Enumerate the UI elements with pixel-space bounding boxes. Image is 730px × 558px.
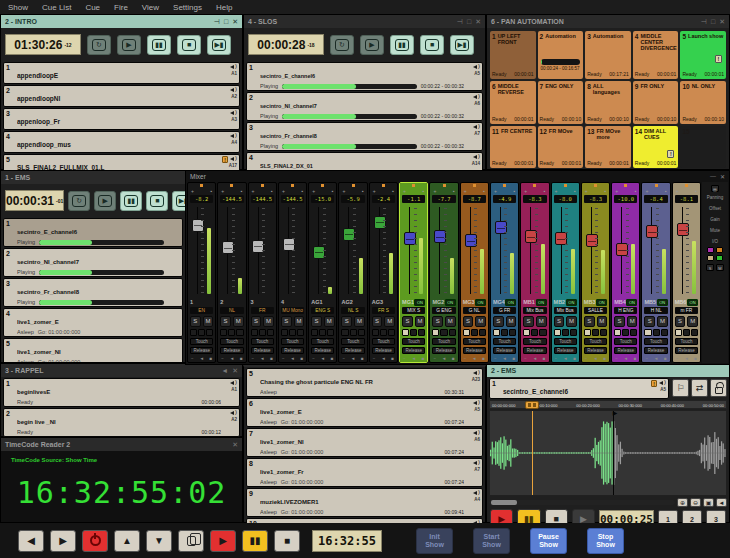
stop-icon[interactable]: ■ <box>543 356 546 361</box>
cue-row[interactable]: 6 live1_zomer_E Asleep Go: 01:00:00:000 … <box>246 398 483 427</box>
slot-icon[interactable]: ▪ <box>301 188 303 195</box>
rappel-titlebar[interactable]: 3 - RAPPEL ◄✕ <box>1 364 242 377</box>
release-button[interactable]: Release <box>190 347 213 354</box>
touch-button[interactable]: Touch <box>523 338 546 345</box>
automation-write-button[interactable] <box>402 329 409 336</box>
fader-track[interactable] <box>554 205 577 296</box>
unlock-button[interactable] <box>710 379 727 397</box>
next-cue-button[interactable]: ▶ <box>50 530 76 552</box>
release-button[interactable]: Release <box>372 347 395 354</box>
cue-row[interactable]: 4 live1_zomer_E Asleep Go: 01:00:00:000 <box>3 308 183 337</box>
fader-track[interactable] <box>311 205 334 296</box>
plus-icon[interactable]: + <box>342 188 345 195</box>
fader-handle[interactable] <box>495 221 507 234</box>
fader-track[interactable] <box>372 205 395 296</box>
automation-trim-button[interactable] <box>600 329 607 336</box>
on-button[interactable]: ON <box>536 299 547 306</box>
automation-read-button[interactable] <box>531 329 538 336</box>
pan-cue-cell[interactable]: 8 ALL languages ! Ready 00:00:10 <box>585 81 631 123</box>
side-label[interactable]: Mute <box>710 228 720 233</box>
fader-track[interactable] <box>341 205 364 296</box>
mute-button[interactable]: M <box>445 316 456 327</box>
plus-icon[interactable]: + <box>494 188 497 195</box>
touch-button[interactable]: Touch <box>554 338 577 345</box>
automation-trim-button[interactable] <box>267 329 274 336</box>
speaker-icon[interactable]: ◄ <box>472 356 476 361</box>
stop-icon[interactable]: ■ <box>664 356 667 361</box>
transport-button[interactable]: ↻ <box>87 35 111 55</box>
solo-button[interactable]: S <box>311 316 322 327</box>
pan-cue-cell[interactable]: 1 UP LEFT FRONT ! Ready 00:00:01 <box>490 31 536 79</box>
menu-item[interactable]: View <box>142 3 159 12</box>
automation-read-button[interactable] <box>622 329 629 336</box>
wave-titlebar[interactable]: 2 - EMS <box>487 364 729 377</box>
minus-icon[interactable]: − <box>221 356 224 361</box>
release-button[interactable]: Release <box>584 347 607 354</box>
stop-icon[interactable]: ■ <box>361 356 364 361</box>
stop-icon[interactable]: ■ <box>240 356 243 361</box>
pan-cue-cell[interactable]: 13 FR MOve more ! Ready 00:00:01 <box>585 126 631 168</box>
touch-button[interactable]: Touch <box>402 338 425 345</box>
play-button[interactable]: ▶ <box>210 530 236 552</box>
stop-show-button[interactable]: Stop Show <box>587 528 624 554</box>
speaker-icon[interactable] <box>229 133 237 140</box>
automation-trim-button[interactable] <box>297 329 304 336</box>
mute-button[interactable]: M <box>324 316 335 327</box>
touch-button[interactable]: Touch <box>493 338 516 345</box>
pan-cue-cell[interactable]: 12 FR MOve ! Ready 00:00:01 <box>538 126 584 168</box>
cue-row[interactable]: 1 beginlivesE Ready 00:00:06 ! A1 <box>3 378 240 407</box>
speaker-icon[interactable] <box>472 64 480 71</box>
cue-row[interactable]: 9 muziekLIVEZOMER1 Asleep Go: 01:00:00:0… <box>246 488 483 517</box>
automation-write-button[interactable] <box>281 329 288 336</box>
touch-button[interactable]: Touch <box>675 338 698 345</box>
solo-button[interactable]: S <box>402 316 413 327</box>
mute-button[interactable]: M <box>566 316 577 327</box>
touch-button[interactable]: Touch <box>190 338 213 345</box>
on-button[interactable]: ON <box>475 299 486 306</box>
color-chip[interactable] <box>707 247 714 253</box>
pan-cue-cell[interactable]: 4 MIDDLE CENTER DIVERGENCE ! Ready 00:00… <box>633 31 679 79</box>
touch-button[interactable]: Touch <box>281 338 304 345</box>
release-button[interactable]: Release <box>251 347 274 354</box>
transport-button[interactable]: ▶ <box>117 35 141 55</box>
pan-cue-cell[interactable]: 2 Automation 00:00:24 - 00:16:57 ! <box>538 31 584 79</box>
pan-cue-cell[interactable]: 15 ! <box>680 126 726 168</box>
minus-icon[interactable]: − <box>585 356 588 361</box>
automation-read-button[interactable] <box>683 329 690 336</box>
solo-button[interactable]: S <box>644 316 655 327</box>
slot-icon[interactable]: ▪ <box>211 188 213 195</box>
minus-icon[interactable]: − <box>464 356 467 361</box>
minus-icon[interactable]: − <box>312 356 315 361</box>
minus-icon[interactable]: − <box>676 356 679 361</box>
automation-write-button[interactable] <box>493 329 500 336</box>
on-button[interactable]: ON <box>414 299 425 306</box>
loop-button[interactable]: ⇄ <box>691 379 708 397</box>
color-chip[interactable] <box>716 247 723 253</box>
fader-track[interactable] <box>220 205 243 296</box>
automation-read-button[interactable] <box>440 329 447 336</box>
minus-icon[interactable]: − <box>645 356 648 361</box>
cue-row[interactable]: 8 live1_zomer_Fr Asleep Go: 01:00:00:000… <box>246 458 483 487</box>
wave-scrollbar[interactable] <box>489 500 675 505</box>
plus-icon[interactable]: + <box>524 188 527 195</box>
loop-region-handle[interactable] <box>525 401 539 409</box>
intro-titlebar[interactable]: 2 - INTRO ⊣□✕ <box>1 15 242 28</box>
automation-read-button[interactable] <box>592 329 599 336</box>
pin-icon[interactable]: ⊣ <box>214 18 220 26</box>
stop-icon[interactable]: ■ <box>391 356 394 361</box>
fader-track[interactable] <box>614 205 637 296</box>
stop-icon[interactable]: ■ <box>422 356 425 361</box>
automation-write-button[interactable] <box>675 329 682 336</box>
fader-handle[interactable] <box>374 216 386 229</box>
speaker-icon[interactable]: ◄ <box>230 356 234 361</box>
cue-row[interactable]: 5 live1_zomer_Nl Asleep Go: 01:00:00:000 <box>3 338 183 363</box>
on-button[interactable]: ON <box>687 299 698 306</box>
plus-icon[interactable]: + <box>676 188 679 195</box>
transport-button[interactable]: ↻ <box>68 191 90 211</box>
maximize-icon[interactable]: □ <box>467 18 471 26</box>
scrollbar-thumb[interactable] <box>491 500 517 505</box>
release-button[interactable]: Release <box>432 347 455 354</box>
solo-button[interactable]: S <box>190 316 201 327</box>
grid-icon[interactable]: ▤ <box>711 185 719 192</box>
automation-write-button[interactable] <box>523 329 530 336</box>
